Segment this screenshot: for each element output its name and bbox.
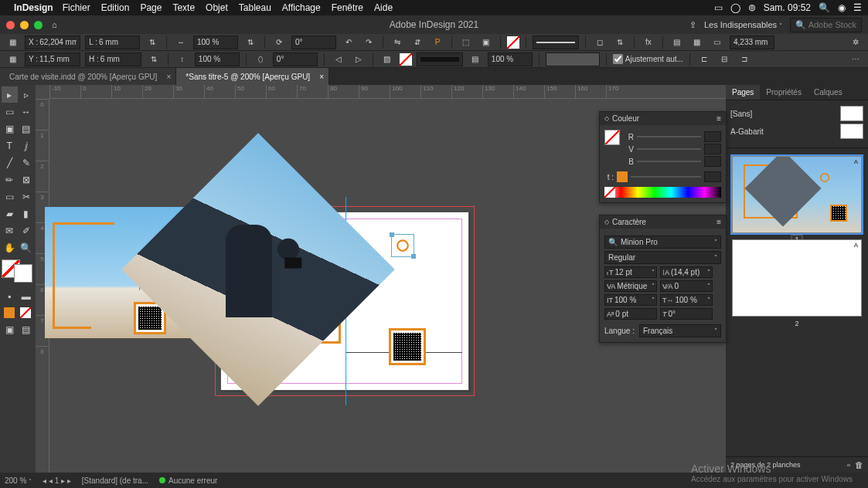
note-tool[interactable]: ✉ [2, 222, 18, 239]
align-left-button[interactable]: ⊏ [696, 53, 712, 66]
blend-mode-field[interactable] [546, 53, 600, 66]
master-a-gabarit[interactable]: A-Gabarit [730, 124, 863, 139]
h-field[interactable]: H : [85, 53, 141, 66]
pen-tool[interactable]: ✎ [19, 154, 35, 171]
corner-link-icon[interactable]: ⇅ [612, 36, 628, 49]
menu-help[interactable]: Aide [374, 2, 393, 13]
menu-view[interactable]: Affichage [282, 2, 321, 13]
minimize-window-button[interactable] [20, 21, 29, 29]
page-tool[interactable]: ▭ [2, 103, 18, 120]
fill-swatch[interactable] [507, 36, 519, 49]
delete-page-button[interactable]: 🗑 [855, 460, 863, 469]
menu-window[interactable]: Fenêtre [332, 2, 363, 13]
close-icon[interactable]: × [167, 73, 172, 81]
eyedropper-tool[interactable]: ✐ [19, 222, 35, 239]
menu-text[interactable]: Texte [172, 2, 195, 13]
ref-point-2[interactable]: ▦ [5, 53, 20, 66]
corner-options-button[interactable]: ◻ [592, 36, 608, 49]
app-name[interactable]: InDesign [14, 2, 53, 13]
select-prev-button[interactable]: ◁ [331, 53, 346, 66]
gradient-feather-tool[interactable]: ▮ [19, 205, 35, 222]
gap-tool[interactable]: ↔ [19, 103, 35, 120]
leading-field[interactable]: ⁞A(14,4 pt)˅ [660, 266, 713, 278]
type-tool[interactable]: T [2, 137, 18, 154]
rectangle-tool[interactable]: ▭ [2, 188, 18, 205]
page-thumb-1[interactable]: A 1 [730, 156, 863, 233]
content-placer-tool[interactable]: ▤ [19, 120, 35, 137]
vscale-field[interactable]: IT100 %˅ [604, 294, 657, 306]
doc-tab-2[interactable]: *Sans titre-5 @ 200% [Aperçu GPU]× [176, 68, 329, 85]
link-wh-icon[interactable]: ⇅ [145, 36, 160, 49]
panel-menu-icon[interactable]: ≡ [717, 218, 721, 226]
langue-dropdown[interactable]: Français˅ [639, 324, 721, 337]
stroke-swatch[interactable] [400, 53, 412, 66]
font-size-field[interactable]: ₜT12 pt˅ [604, 266, 657, 278]
flip-h-button[interactable]: ⇋ [390, 36, 405, 49]
qr-code-page[interactable] [389, 328, 426, 365]
opacity-field[interactable] [488, 53, 533, 66]
stroke-weight-field[interactable] [730, 36, 774, 49]
close-window-button[interactable] [6, 21, 15, 29]
text-wrap-around[interactable]: ▦ [689, 36, 705, 49]
new-page-button[interactable]: ▫ [847, 460, 850, 469]
maximize-window-button[interactable] [34, 21, 43, 29]
rotate-field[interactable] [291, 36, 336, 49]
rotate-cw-button[interactable]: ↷ [361, 36, 376, 49]
view-mode-normal[interactable]: ▣ [2, 321, 18, 337]
align-center-button[interactable]: ⊟ [717, 53, 732, 66]
panel-menu-button[interactable]: ✲ [848, 36, 863, 49]
tab-pages[interactable]: Pages [726, 85, 760, 100]
menu-file[interactable]: Fichier [63, 2, 90, 13]
menu-object[interactable]: Objet [206, 2, 228, 13]
master-none[interactable]: [Sans] [730, 106, 863, 121]
rectangle-frame-tool[interactable]: ⊠ [19, 171, 35, 188]
kerning-field[interactable]: VAMétrique˅ [604, 280, 657, 292]
y-field[interactable]: Y : [25, 53, 80, 66]
fill-stroke-proxy[interactable] [2, 259, 32, 283]
panel-menu-icon[interactable]: ≡ [717, 114, 721, 123]
preflight-status[interactable]: Aucune erreur [159, 476, 217, 485]
reference-point-widget[interactable]: ▦ [5, 36, 20, 49]
direct-selection-tool[interactable]: ▹ [19, 86, 35, 103]
menubar-extra-icon[interactable]: ☰ [853, 2, 862, 13]
bottom-panel-menu[interactable]: ⋯ [848, 53, 863, 66]
font-family-dropdown[interactable]: 🔍 Minion Pro˅ [604, 236, 721, 249]
select-next-button[interactable]: ▷ [351, 53, 366, 66]
skew-field[interactable]: T0° [660, 308, 713, 320]
page-thumb-2[interactable]: A 2 [730, 239, 863, 317]
pencil-tool[interactable]: ✏ [2, 171, 18, 188]
line-tool[interactable]: ╱ [2, 154, 18, 171]
scissors-tool[interactable]: ✂ [19, 188, 35, 205]
content-collector-tool[interactable]: ▣ [2, 120, 18, 137]
auto-fit-checkbox[interactable]: Ajustement aut... [613, 54, 683, 64]
hscale-field[interactable]: T↔100 %˅ [660, 294, 713, 306]
scale-y-field[interactable] [195, 53, 240, 66]
tab-layers[interactable]: Calques [808, 85, 849, 100]
cc-icon[interactable]: ◯ [730, 2, 740, 13]
siri-icon[interactable]: ◉ [838, 2, 846, 13]
zoom-tool[interactable]: 🔍 [19, 239, 35, 256]
stroke-style-field[interactable] [533, 36, 579, 49]
apply-gradient-button[interactable]: ▬ [19, 288, 35, 304]
text-wrap-none[interactable]: ▤ [669, 36, 685, 49]
x-field[interactable]: X : [25, 36, 80, 49]
doc-tab-1[interactable]: Carte de visite.indd @ 200% [Aperçu GPU]… [0, 68, 176, 85]
menu-edit[interactable]: Edition [101, 2, 130, 13]
hand-tool[interactable]: ✋ [2, 239, 18, 256]
page-nav[interactable]: ◂ ◂ 1 ▸ ▸ [43, 476, 71, 485]
link-scale-icon[interactable]: ⇅ [243, 36, 258, 49]
workspace-switcher[interactable]: Les Indispensables ˅ [704, 20, 782, 29]
type-on-path-tool[interactable]: ⅉ [19, 137, 35, 154]
color-panel[interactable]: ◇Couleur≡ R V B t : [599, 111, 727, 203]
baseline-field[interactable]: Aª0 pt [604, 308, 657, 320]
menu-page[interactable]: Page [140, 2, 162, 13]
color-swatch-orange[interactable] [4, 307, 15, 318]
rotate-ccw-button[interactable]: ↶ [341, 36, 356, 49]
ruler-horizontal[interactable]: -100102030405060708090100110120130140150… [49, 85, 726, 99]
caractere-panel[interactable]: ◇Caractère≡ 🔍 Minion Pro˅ Regular˅ ₜT12 … [599, 215, 727, 343]
home-icon[interactable]: ⌂ [52, 20, 57, 29]
fill-proxy[interactable] [604, 130, 620, 145]
wifi-icon[interactable]: ⊚ [748, 2, 756, 13]
select-container-button[interactable]: ▣ [478, 36, 494, 49]
color-spectrum[interactable] [604, 187, 721, 198]
